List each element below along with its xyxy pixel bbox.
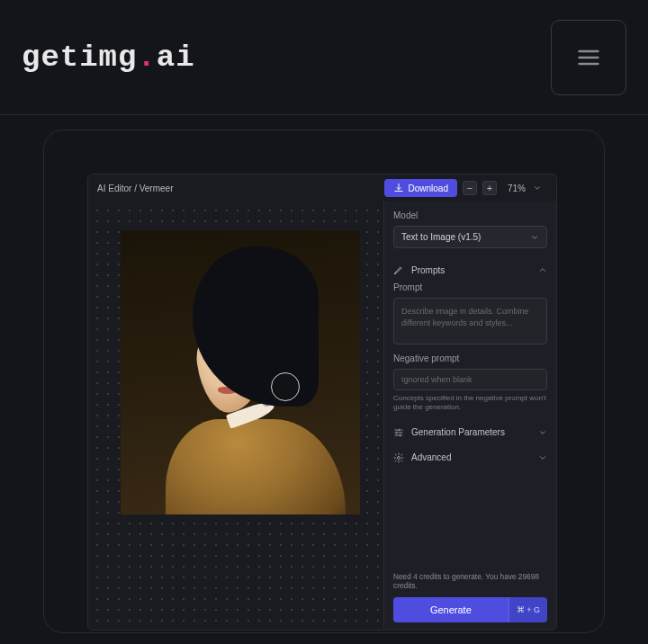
model-label: Model bbox=[393, 210, 547, 220]
chevron-down-icon bbox=[533, 183, 542, 192]
negative-prompt-input[interactable]: Ignored when blank bbox=[393, 369, 547, 390]
gear-icon bbox=[393, 452, 404, 463]
generation-parameters-label: Generation Parameters bbox=[411, 427, 505, 437]
prompts-label: Prompts bbox=[411, 265, 445, 275]
model-select[interactable]: Text to Image (v1.5) bbox=[393, 226, 547, 248]
brand-post: ai bbox=[157, 40, 195, 75]
zoom-out-button[interactable]: − bbox=[463, 181, 477, 195]
negative-prompt-label: Negative prompt bbox=[393, 353, 547, 363]
hamburger-menu-button[interactable] bbox=[551, 20, 626, 95]
prompt-label: Prompt bbox=[393, 282, 547, 292]
brush-cursor bbox=[271, 372, 300, 401]
breadcrumb: AI Editor / Vermeer bbox=[97, 183, 173, 193]
app-body: Model Text to Image (v1.5) Prompts Promp… bbox=[88, 201, 556, 630]
chevron-down-icon bbox=[530, 233, 539, 242]
brand-logo[interactable]: getimg.ai bbox=[22, 40, 195, 75]
prompt-textarea[interactable]: Describe image in details. Combine diffe… bbox=[393, 298, 547, 344]
chevron-down-icon bbox=[538, 453, 547, 462]
app-window: AI Editor / Vermeer Download − + 71% bbox=[87, 174, 557, 631]
app-topbar: AI Editor / Vermeer Download − + 71% bbox=[88, 174, 556, 201]
svg-point-0 bbox=[398, 456, 400, 459]
pencil-icon bbox=[393, 264, 404, 275]
model-value: Text to Image (v1.5) bbox=[401, 232, 481, 242]
brand-pre: getimg bbox=[22, 40, 137, 75]
brand-dot: . bbox=[137, 40, 156, 75]
topbar-actions: Download − + 71% bbox=[384, 179, 548, 197]
advanced-toggle[interactable]: Advanced bbox=[393, 445, 547, 470]
generate-button[interactable]: Generate bbox=[393, 597, 508, 622]
zoom-value: 71% bbox=[508, 183, 526, 193]
chevron-down-icon bbox=[538, 428, 547, 437]
download-label: Download bbox=[409, 183, 448, 193]
sliders-icon bbox=[393, 427, 404, 438]
negative-prompt-hint: Concepts specified in the negative promp… bbox=[393, 394, 547, 413]
credits-text: Need 4 credits to generate. You have 296… bbox=[393, 572, 547, 590]
download-button[interactable]: Download bbox=[384, 179, 457, 197]
panel-footer: Need 4 credits to generate. You have 296… bbox=[393, 572, 547, 622]
zoom-dropdown[interactable]: 71% bbox=[502, 183, 547, 193]
painting-garment bbox=[166, 419, 346, 514]
generation-parameters-toggle[interactable]: Generation Parameters bbox=[393, 420, 547, 445]
advanced-label: Advanced bbox=[411, 452, 451, 462]
generate-row: Generate ⌘ + G bbox=[393, 597, 547, 622]
chevron-up-icon bbox=[538, 265, 547, 274]
download-icon bbox=[393, 183, 404, 193]
site-header: getimg.ai bbox=[0, 0, 648, 115]
canvas-image bbox=[121, 230, 360, 514]
generate-shortcut[interactable]: ⌘ + G bbox=[508, 597, 547, 622]
hamburger-icon bbox=[576, 45, 601, 70]
settings-panel: Model Text to Image (v1.5) Prompts Promp… bbox=[383, 201, 556, 630]
prompts-section-toggle[interactable]: Prompts bbox=[393, 257, 547, 282]
showcase-frame: AI Editor / Vermeer Download − + 71% bbox=[43, 130, 605, 633]
canvas[interactable] bbox=[88, 201, 383, 630]
zoom-in-button[interactable]: + bbox=[482, 181, 497, 195]
